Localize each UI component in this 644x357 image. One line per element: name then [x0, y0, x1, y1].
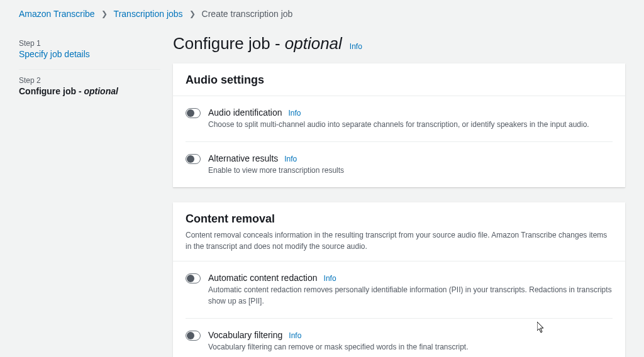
wizard-step-1: Step 1 Specify job details — [19, 39, 160, 69]
chevron-right-icon: ❯ — [101, 9, 108, 18]
breadcrumb-current: Create transcription job — [202, 9, 293, 19]
chevron-right-icon: ❯ — [189, 9, 196, 18]
info-link-vocabulary-filtering[interactable]: Info — [289, 331, 301, 340]
toggle-alternative-results[interactable] — [186, 154, 201, 164]
setting-row-audio-identification: Audio identification Info Choose to spli… — [186, 96, 613, 141]
info-link-page[interactable]: Info — [350, 42, 362, 51]
breadcrumb-link-jobs[interactable]: Transcription jobs — [114, 9, 183, 19]
setting-row-vocabulary-filtering: Vocabulary filtering Info Vocabulary fil… — [186, 318, 613, 357]
setting-title: Alternative results — [208, 153, 278, 163]
step-current-em: optional — [84, 86, 118, 96]
toggle-content-redaction[interactable] — [186, 273, 201, 283]
panel-header: Audio settings — [173, 63, 625, 96]
step-number-label: Step 1 — [19, 39, 160, 48]
panel-header: Content removal Content removal conceals… — [173, 202, 625, 261]
setting-desc: Vocabulary filtering can remove or mask … — [208, 341, 613, 353]
step-current-text: Configure job - — [19, 86, 84, 96]
wizard-sidebar: Step 1 Specify job details Step 2 Config… — [19, 28, 160, 357]
panel-content-removal: Content removal Content removal conceals… — [173, 202, 625, 357]
setting-title: Automatic content redaction — [208, 273, 318, 283]
breadcrumb: Amazon Transcribe ❯ Transcription jobs ❯… — [0, 0, 644, 28]
step-link-specify-details[interactable]: Specify job details — [19, 49, 90, 59]
info-link-audio-identification[interactable]: Info — [289, 109, 301, 118]
setting-desc: Enable to view more transcription result… — [208, 165, 613, 176]
info-link-content-redaction[interactable]: Info — [324, 274, 336, 283]
setting-row-alternative-results: Alternative results Info Enable to view … — [186, 141, 613, 187]
info-link-alternative-results[interactable]: Info — [284, 155, 297, 163]
page-title-em: optional — [285, 34, 342, 53]
main-content: Configure job - optional Info Audio sett… — [173, 28, 625, 357]
setting-desc: Choose to split multi-channel audio into… — [208, 119, 613, 130]
page-title: Configure job - optional Info — [173, 34, 625, 53]
toggle-audio-identification[interactable] — [186, 108, 201, 118]
setting-title: Audio identification — [208, 107, 282, 118]
toggle-vocabulary-filtering[interactable] — [186, 331, 201, 341]
step-current-configure: Configure job - optional — [19, 86, 160, 96]
page-title-sep: - — [275, 34, 285, 53]
step-number-label: Step 2 — [19, 76, 160, 85]
setting-desc: Automatic content redaction removes pers… — [208, 284, 613, 307]
breadcrumb-link-service[interactable]: Amazon Transcribe — [19, 9, 95, 19]
panel-title: Content removal — [186, 212, 613, 226]
panel-audio-settings: Audio settings Audio identification Info… — [173, 63, 625, 187]
wizard-step-2: Step 2 Configure job - optional — [19, 69, 160, 106]
panel-desc: Content removal conceals information in … — [186, 229, 613, 252]
setting-row-content-redaction: Automatic content redaction Info Automat… — [186, 261, 613, 318]
panel-title: Audio settings — [186, 74, 613, 87]
page-title-text: Configure job — [173, 34, 275, 53]
setting-title: Vocabulary filtering — [208, 330, 282, 340]
